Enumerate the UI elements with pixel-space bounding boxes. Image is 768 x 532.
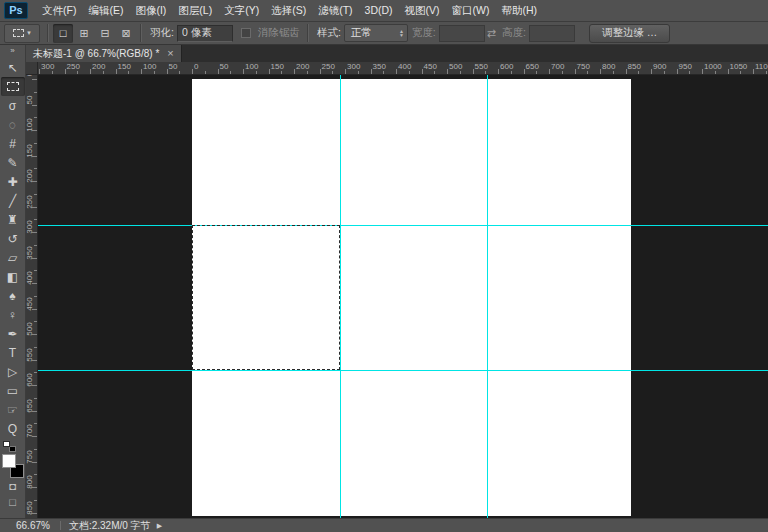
document-tab[interactable]: 未标题-1 @ 66.7%(RGB/8) * × xyxy=(26,45,182,62)
ruler-tick xyxy=(511,71,512,74)
refine-edge-button[interactable]: 调整边缘 … xyxy=(589,24,670,43)
ruler-label: 1100 xyxy=(755,63,768,71)
ruler-tick xyxy=(65,69,66,74)
pen-tool[interactable]: ✒ xyxy=(1,324,25,343)
ruler-label: 750 xyxy=(26,448,34,466)
foreground-color-swatch[interactable] xyxy=(2,454,16,468)
lasso-tool[interactable]: σ xyxy=(1,96,25,115)
menu-item-select[interactable]: 选择(S) xyxy=(265,0,312,21)
subtract-from-selection-button[interactable]: ⊟ xyxy=(95,24,115,43)
ruler-tick xyxy=(638,71,639,74)
guide-vertical[interactable] xyxy=(487,75,488,518)
menu-item-file[interactable]: 文件(F) xyxy=(36,0,82,21)
zoom-tool[interactable]: Q xyxy=(1,419,25,438)
add-to-selection-button[interactable]: ⊞ xyxy=(74,24,94,43)
ruler-vertical[interactable]: 0501001502002503003504004505005506006507… xyxy=(26,75,38,518)
menu-item-image[interactable]: 图像(I) xyxy=(129,0,172,21)
antialias-checkbox[interactable] xyxy=(241,28,251,38)
ruler-origin-corner[interactable] xyxy=(26,62,38,75)
eyedropper-tool[interactable]: ✎ xyxy=(1,153,25,172)
ruler-tick xyxy=(32,207,37,208)
status-menu-arrow-icon[interactable]: ▶ xyxy=(157,522,162,530)
ruler-tick xyxy=(34,347,37,348)
style-select[interactable]: 正常 ▲ ▼ xyxy=(344,24,408,42)
ruler-tick xyxy=(179,71,180,74)
crop-icon: # xyxy=(9,138,16,150)
width-input[interactable] xyxy=(439,25,485,42)
menu-item-help[interactable]: 帮助(H) xyxy=(496,0,544,21)
close-icon[interactable]: × xyxy=(167,48,173,59)
menu-item-window[interactable]: 窗口(W) xyxy=(446,0,496,21)
ruler-tick xyxy=(32,105,37,106)
ruler-tick xyxy=(103,71,104,74)
ruler-tick xyxy=(269,69,270,74)
menu-item-filter[interactable]: 滤镜(T) xyxy=(312,0,358,21)
ruler-tick xyxy=(32,258,37,259)
menu-item-edit[interactable]: 编辑(E) xyxy=(82,0,129,21)
ruler-label: 650 xyxy=(526,63,539,71)
brush-tool[interactable]: ╱ xyxy=(1,191,25,210)
new-selection-icon: □ xyxy=(60,27,67,39)
move-tool[interactable]: ↖ xyxy=(1,58,25,77)
ruler-tick xyxy=(281,71,282,74)
swap-dimensions-icon[interactable]: ⇄ xyxy=(487,27,496,40)
quick-selection-tool[interactable]: ◌ xyxy=(1,115,25,134)
ruler-tick xyxy=(32,309,37,310)
quick-selection-icon: ◌ xyxy=(9,119,16,131)
default-colors-icon[interactable] xyxy=(3,441,16,452)
feather-input[interactable] xyxy=(177,25,233,42)
guide-horizontal[interactable] xyxy=(38,370,768,371)
path-selection-tool[interactable]: ▷ xyxy=(1,362,25,381)
guide-vertical[interactable] xyxy=(340,75,341,518)
menu-item-type[interactable]: 文字(Y) xyxy=(218,0,265,21)
type-tool[interactable]: T xyxy=(1,343,25,362)
quick-mask-button[interactable]: ◘ xyxy=(1,478,25,494)
crop-tool[interactable]: # xyxy=(1,134,25,153)
intersect-selection-button[interactable]: ⊠ xyxy=(116,24,136,43)
ruler-tick xyxy=(32,130,37,131)
ruler-tick xyxy=(740,71,741,74)
height-input[interactable] xyxy=(529,25,575,42)
rectangular-marquee-tool[interactable] xyxy=(1,77,25,96)
ruler-tick xyxy=(34,500,37,501)
zoom-level[interactable]: 66.67% xyxy=(16,520,50,531)
ruler-tick xyxy=(422,69,423,74)
gradient-tool[interactable]: ◧ xyxy=(1,267,25,286)
antialias-label: 消除锯齿 xyxy=(258,26,300,40)
healing-brush-tool[interactable]: ✚ xyxy=(1,172,25,191)
new-selection-button[interactable]: □ xyxy=(53,24,73,43)
menu-item-layer[interactable]: 图层(L) xyxy=(172,0,218,21)
ruler-tick xyxy=(651,69,652,74)
ruler-tick xyxy=(664,71,665,74)
blur-tool[interactable]: ♠ xyxy=(1,286,25,305)
options-bar: ▾ □⊞⊟⊠ 羽化: 消除锯齿 样式: 正常 ▲ ▼ 宽度: ⇄ 高度: 调整边… xyxy=(0,22,768,45)
selection-marching-ants[interactable] xyxy=(192,225,340,370)
eraser-tool[interactable]: ▱ xyxy=(1,248,25,267)
menu-item-3d[interactable]: 3D(D) xyxy=(359,0,399,21)
hand-tool[interactable]: ☞ xyxy=(1,400,25,419)
shape-tool[interactable]: ▭ xyxy=(1,381,25,400)
ruler-label: 850 xyxy=(628,63,641,71)
menu-item-view[interactable]: 视图(V) xyxy=(399,0,446,21)
dodge-tool[interactable]: ♀ xyxy=(1,305,25,324)
menu-bar-items: 文件(F)编辑(E)图像(I)图层(L)文字(Y)选择(S)滤镜(T)3D(D)… xyxy=(36,0,543,21)
ruler-tick xyxy=(32,411,37,412)
tool-preset-picker[interactable]: ▾ xyxy=(4,24,40,43)
ruler-tick xyxy=(256,71,257,74)
feather-label: 羽化: xyxy=(150,26,174,40)
ruler-tick xyxy=(549,69,550,74)
photoshop-window: Ps 文件(F)编辑(E)图像(I)图层(L)文字(Y)选择(S)滤镜(T)3D… xyxy=(0,0,768,532)
clone-stamp-tool[interactable]: ♜ xyxy=(1,210,25,229)
ruler-tick xyxy=(32,79,37,80)
ruler-tick xyxy=(524,69,525,74)
collapse-panel-icon[interactable]: » xyxy=(0,45,25,58)
history-brush-tool[interactable]: ↺ xyxy=(1,229,25,248)
guide-horizontal[interactable] xyxy=(38,225,768,226)
ruler-horizontal[interactable]: 3002502001501005005010015020025030035040… xyxy=(38,62,768,75)
width-label: 宽度: xyxy=(412,26,436,40)
canvas-area[interactable] xyxy=(38,75,768,518)
ruler-tick xyxy=(728,69,729,74)
intersect-selection-icon: ⊠ xyxy=(121,27,130,40)
screen-mode-button[interactable]: □ xyxy=(1,494,25,510)
ruler-tick xyxy=(34,245,37,246)
